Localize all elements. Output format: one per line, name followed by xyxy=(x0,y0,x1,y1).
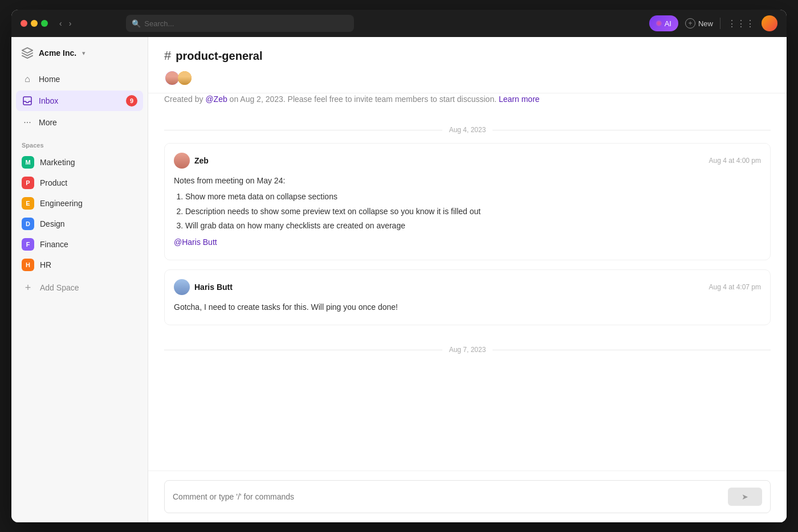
new-label: New xyxy=(698,19,713,28)
design-icon: D xyxy=(22,218,34,230)
message-time: Aug 4 at 4:00 pm xyxy=(709,157,761,165)
sidebar-item-more[interactable]: ··· More xyxy=(16,112,143,133)
sidebar-item-product[interactable]: P Product xyxy=(16,173,143,193)
sidebar-item-label: More xyxy=(39,118,57,127)
workspace-name: Acme Inc. xyxy=(39,48,76,58)
ai-label: AI xyxy=(665,19,671,28)
message-header: Haris Butt Aug 4 at 4:07 pm xyxy=(174,279,761,295)
finance-icon: F xyxy=(22,238,34,251)
spaces-section: Spaces M Marketing P Product E Engineeri… xyxy=(11,133,148,298)
workspace-logo xyxy=(21,46,34,60)
date-divider-text: Aug 4, 2023 xyxy=(449,126,486,134)
message-author-name: Haris Butt xyxy=(194,283,233,292)
message-author-name: Zeb xyxy=(194,156,209,165)
inbox-icon xyxy=(22,95,33,107)
space-label: Product xyxy=(40,178,67,187)
haris-mention: @Haris Butt xyxy=(174,238,217,247)
message-header: Zeb Aug 4 at 4:00 pm xyxy=(174,153,761,169)
space-label: Design xyxy=(40,219,65,228)
message-body-zeb: Notes from meeting on May 24: Show more … xyxy=(174,174,761,248)
new-button[interactable]: + New xyxy=(685,18,713,28)
main-layout: Acme Inc. ▾ ⌂ Home Inbox 9 xyxy=(11,37,787,522)
comment-input-area: ➤ xyxy=(148,470,787,522)
add-space-label: Add Space xyxy=(40,283,79,292)
space-label: Finance xyxy=(40,240,68,249)
list-item: Will grab data on how many checklists ar… xyxy=(185,219,761,232)
minimize-button[interactable] xyxy=(31,20,38,27)
sidebar-item-finance[interactable]: F Finance xyxy=(16,234,143,255)
sidebar-item-marketing[interactable]: M Marketing xyxy=(16,152,143,173)
message-card-haris: Haris Butt Aug 4 at 4:07 pm Gotcha, I ne… xyxy=(164,269,771,325)
message-author-row: Haris Butt xyxy=(174,279,233,295)
add-space-plus-icon: + xyxy=(22,281,34,294)
sidebar: Acme Inc. ▾ ⌂ Home Inbox 9 xyxy=(11,37,148,522)
search-icon: 🔍 xyxy=(132,19,141,28)
sidebar-nav: ⌂ Home Inbox 9 ··· More xyxy=(11,69,148,133)
workspace-header[interactable]: Acme Inc. ▾ xyxy=(11,46,148,69)
send-button[interactable]: ➤ xyxy=(728,488,762,506)
search-placeholder-text: Search... xyxy=(144,19,174,28)
message-card-zeb: Zeb Aug 4 at 4:00 pm Notes from meeting … xyxy=(164,143,771,260)
list-item: Show more meta data on collapse sections xyxy=(185,190,761,203)
space-label: Marketing xyxy=(40,158,75,167)
sidebar-item-home[interactable]: ⌂ Home xyxy=(16,69,143,89)
message-list: Show more meta data on collapse sections… xyxy=(174,190,761,232)
date-divider-aug4: Aug 4, 2023 xyxy=(164,114,771,143)
date-divider-aug7: Aug 7, 2023 xyxy=(164,334,771,363)
divider-line xyxy=(164,350,442,350)
sidebar-item-label: Inbox xyxy=(39,96,58,105)
message-content: Gotcha, I need to create tasks for this.… xyxy=(174,301,761,313)
grid-icon[interactable]: ⋮⋮⋮ xyxy=(727,18,755,29)
engineering-icon: E xyxy=(22,197,34,210)
message-body-haris: Gotcha, I need to create tasks for this.… xyxy=(174,301,761,313)
sidebar-item-design[interactable]: D Design xyxy=(16,214,143,234)
home-icon: ⌂ xyxy=(22,73,33,85)
hr-icon: H xyxy=(22,259,34,271)
forward-arrow[interactable]: › xyxy=(67,18,74,29)
list-item: Description needs to show some preview t… xyxy=(185,205,761,218)
close-button[interactable] xyxy=(21,20,27,27)
channel-member-avatar-2 xyxy=(177,70,193,86)
main-content: # product-general Created by @Zeb on Aug… xyxy=(148,37,787,522)
add-space-button[interactable]: + Add Space xyxy=(16,277,143,298)
comment-input[interactable] xyxy=(173,492,723,501)
traffic-lights xyxy=(21,20,48,27)
more-icon: ··· xyxy=(22,117,33,128)
channel-header: # product-general xyxy=(148,37,787,93)
comment-input-box[interactable]: ➤ xyxy=(164,480,771,513)
messages-area[interactable]: Created by @Zeb on Aug 2, 2023. Please f… xyxy=(148,93,787,470)
titlebar: ‹ › 🔍 Search... AI + New ⋮⋮⋮ xyxy=(11,10,787,37)
sidebar-item-engineering[interactable]: E Engineering xyxy=(16,193,143,214)
space-label: HR xyxy=(40,260,51,269)
message-author-row: Zeb xyxy=(174,153,209,169)
channel-title-row: # product-general xyxy=(164,48,771,63)
inbox-badge: 9 xyxy=(126,95,137,107)
workspace-chevron-icon: ▾ xyxy=(82,50,85,57)
product-icon: P xyxy=(22,177,34,189)
maximize-button[interactable] xyxy=(41,20,48,27)
ai-button[interactable]: AI xyxy=(649,15,678,31)
divider-line xyxy=(492,350,771,350)
message-intro: Notes from meeting on May 24: xyxy=(174,174,761,187)
back-arrow[interactable]: ‹ xyxy=(57,18,64,29)
titlebar-right: AI + New ⋮⋮⋮ xyxy=(649,15,777,31)
sidebar-item-inbox[interactable]: Inbox 9 xyxy=(16,91,143,111)
app-window: ‹ › 🔍 Search... AI + New ⋮⋮⋮ xyxy=(11,10,787,522)
nav-arrows: ‹ › xyxy=(57,18,74,29)
titlebar-divider xyxy=(720,18,720,29)
description-prefix: Created by xyxy=(164,95,205,104)
creator-mention: @Zeb xyxy=(205,95,227,104)
channel-name: product-general xyxy=(176,50,262,63)
ai-dot xyxy=(656,21,662,26)
learn-more-link[interactable]: Learn more xyxy=(499,95,540,104)
channel-description: Created by @Zeb on Aug 2, 2023. Please f… xyxy=(164,93,771,114)
search-bar[interactable]: 🔍 Search... xyxy=(126,15,354,32)
space-label: Engineering xyxy=(40,199,83,208)
haris-avatar xyxy=(174,279,190,295)
sidebar-item-hr[interactable]: H HR xyxy=(16,255,143,275)
user-avatar[interactable] xyxy=(762,15,777,31)
send-icon: ➤ xyxy=(742,492,748,501)
message-time: Aug 4 at 4:07 pm xyxy=(709,283,761,291)
hash-icon: # xyxy=(164,48,171,63)
marketing-icon: M xyxy=(22,156,34,169)
